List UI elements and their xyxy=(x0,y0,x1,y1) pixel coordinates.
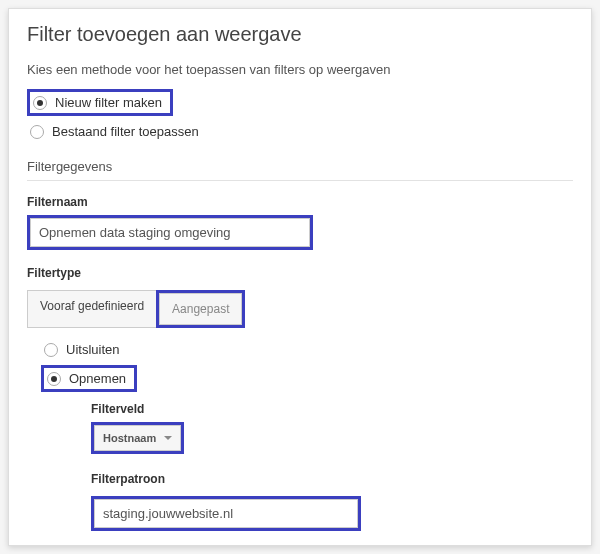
filter-pattern-input[interactable] xyxy=(94,499,358,528)
filter-type-custom-button[interactable]: Aangepast xyxy=(159,293,242,325)
filter-panel: Filter toevoegen aan weergave Kies een m… xyxy=(8,8,592,546)
highlight-filter-pattern xyxy=(91,496,361,531)
method-description: Kies een methode voor het toepassen van … xyxy=(27,62,573,77)
method-existing-filter-label: Bestaand filter toepassen xyxy=(52,124,199,139)
filter-field-label: Filterveld xyxy=(91,402,573,416)
filter-name-input[interactable] xyxy=(30,218,310,247)
mode-include-row[interactable]: Opnemen xyxy=(41,365,573,392)
radio-icon xyxy=(47,372,61,386)
radio-icon xyxy=(33,96,47,110)
chevron-down-icon xyxy=(164,436,172,440)
filter-name-label: Filternaam xyxy=(27,195,573,209)
radio-icon xyxy=(44,343,58,357)
page-title: Filter toevoegen aan weergave xyxy=(27,23,573,46)
highlight-filter-field: Hostnaam xyxy=(91,422,184,454)
filter-type-segmented: Vooraf gedefinieerd Aangepast xyxy=(27,290,245,328)
mode-exclude-label: Uitsluiten xyxy=(66,342,119,357)
filter-type-predefined-button[interactable]: Vooraf gedefinieerd xyxy=(27,290,156,328)
filter-field-value: Hostnaam xyxy=(103,432,156,444)
highlight-custom: Aangepast xyxy=(156,290,245,328)
filter-field-dropdown[interactable]: Hostnaam xyxy=(94,425,181,451)
radio-icon xyxy=(30,125,44,139)
highlight-filter-name xyxy=(27,215,313,250)
filter-type-label: Filtertype xyxy=(27,266,573,280)
method-existing-filter-row[interactable]: Bestaand filter toepassen xyxy=(30,124,573,139)
method-new-filter-label: Nieuw filter maken xyxy=(55,95,162,110)
mode-exclude-row[interactable]: Uitsluiten xyxy=(44,342,573,357)
method-new-filter-row[interactable]: Nieuw filter maken xyxy=(27,89,573,116)
highlight-include: Opnemen xyxy=(41,365,137,392)
section-title: Filtergegevens xyxy=(27,159,573,181)
highlight-new-filter: Nieuw filter maken xyxy=(27,89,173,116)
filter-pattern-label: Filterpatroon xyxy=(91,472,573,486)
mode-include-label: Opnemen xyxy=(69,371,126,386)
